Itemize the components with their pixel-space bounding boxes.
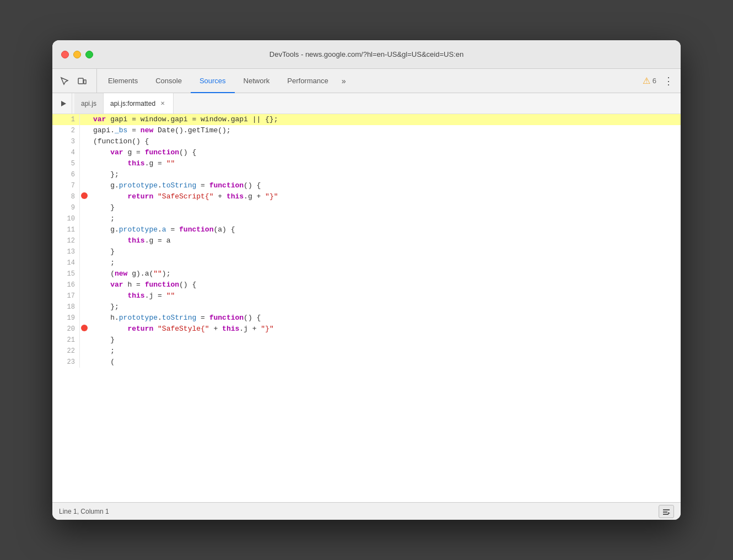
code-line-9: 9 } (52, 202, 681, 213)
line-gutter (80, 169, 89, 180)
line-number: 7 (52, 180, 80, 191)
code-line-8: 8 return "SafeScript{" + this.g + "}" (52, 191, 681, 202)
line-number: 17 (52, 290, 80, 301)
svg-rect-4 (663, 511, 667, 513)
line-content: }; (89, 169, 681, 180)
file-tab-close-icon[interactable]: ✕ (159, 100, 166, 107)
line-content: this.g = a (89, 235, 681, 246)
line-number: 21 (52, 335, 80, 346)
line-content: } (89, 335, 681, 346)
code-line-6: 6 }; (52, 169, 681, 180)
run-button[interactable] (55, 93, 72, 114)
line-gutter (80, 213, 89, 224)
line-number: 5 (52, 158, 80, 169)
warning-badge: ⚠ 6 (643, 76, 656, 86)
line-content: h.prototype.toString = function() { (89, 313, 681, 324)
line-number: 11 (52, 224, 80, 235)
line-content: var g = function() { (89, 147, 681, 158)
line-content: } (89, 246, 681, 257)
line-gutter (80, 114, 89, 125)
code-line-20: 20 return "SafeStyle{" + this.j + "}" (52, 324, 681, 335)
code-line-23: 23 ( (52, 357, 681, 368)
line-number: 1 (52, 114, 80, 125)
svg-marker-6 (668, 512, 670, 514)
title-bar: DevTools - news.google.com/?hl=en-US&gl=… (52, 40, 681, 69)
tab-elements[interactable]: Elements (99, 69, 147, 93)
tab-performance[interactable]: Performance (278, 69, 337, 93)
line-content: return "SafeScript{" + this.g + "}" (89, 191, 681, 202)
line-number: 19 (52, 313, 80, 324)
line-gutter (80, 346, 89, 357)
breakpoint-icon[interactable] (81, 192, 88, 199)
line-content: this.g = "" (89, 158, 681, 169)
line-number: 2 (52, 125, 80, 136)
devtools-window: DevTools - news.google.com/?hl=en-US&gl=… (52, 40, 681, 520)
format-button[interactable] (659, 505, 674, 518)
file-tabs-bar: api.js api.js:formatted ✕ (52, 93, 681, 114)
traffic-lights (61, 51, 93, 58)
line-number: 20 (52, 324, 80, 335)
line-gutter (80, 158, 89, 169)
code-line-11: 11 g.prototype.a = function(a) { (52, 224, 681, 235)
line-number: 6 (52, 169, 80, 180)
line-content: var gapi = window.gapi = window.gapi || … (89, 114, 681, 125)
close-button[interactable] (61, 51, 69, 58)
file-tab-label-formatted: api.js:formatted (110, 100, 155, 107)
file-tab-api-js-formatted[interactable]: api.js:formatted ✕ (104, 93, 174, 114)
svg-marker-2 (61, 101, 66, 106)
warning-count: 6 (653, 77, 656, 85)
code-editor[interactable]: 1var gapi = window.gapi = window.gapi ||… (52, 114, 681, 502)
tab-sources[interactable]: Sources (191, 69, 235, 93)
line-number: 23 (52, 357, 80, 368)
line-gutter (80, 180, 89, 191)
line-content: this.j = "" (89, 290, 681, 301)
line-number: 14 (52, 257, 80, 268)
line-gutter (80, 202, 89, 213)
breakpoint-icon[interactable] (81, 325, 88, 331)
line-content: }; (89, 301, 681, 313)
code-line-5: 5 this.g = "" (52, 158, 681, 169)
line-number: 8 (52, 191, 80, 202)
svg-rect-5 (663, 514, 669, 515)
svg-rect-1 (84, 80, 86, 84)
line-content: ; (89, 213, 681, 224)
line-gutter (80, 235, 89, 246)
tab-console[interactable]: Console (147, 69, 191, 93)
line-gutter (80, 357, 89, 368)
line-number: 3 (52, 136, 80, 147)
status-bar: Line 1, Column 1 (52, 502, 681, 520)
line-gutter (80, 268, 89, 279)
toolbar-icons (57, 69, 97, 93)
line-number: 15 (52, 268, 80, 279)
file-tab-api-js[interactable]: api.js (74, 93, 104, 114)
code-line-10: 10 ; (52, 213, 681, 224)
line-gutter (80, 301, 89, 313)
svg-rect-0 (78, 78, 83, 84)
tab-network[interactable]: Network (235, 69, 279, 93)
devtools-more-button[interactable]: ⋮ (661, 73, 676, 89)
line-gutter (80, 147, 89, 158)
line-gutter (80, 290, 89, 301)
line-content: ; (89, 257, 681, 268)
line-gutter (80, 335, 89, 346)
code-line-2: 2gapi._bs = new Date().getTime(); (52, 125, 681, 136)
line-number: 18 (52, 301, 80, 313)
minimize-button[interactable] (73, 51, 81, 58)
line-number: 9 (52, 202, 80, 213)
line-content: g.prototype.a = function(a) { (89, 224, 681, 235)
line-content: g.prototype.toString = function() { (89, 180, 681, 191)
line-gutter (80, 279, 89, 290)
code-line-16: 16 var h = function() { (52, 279, 681, 290)
inspect-icon[interactable] (57, 73, 72, 89)
code-line-3: 3(function() { (52, 136, 681, 147)
device-toggle-icon[interactable] (74, 73, 90, 89)
more-tabs-button[interactable]: » (337, 69, 351, 93)
line-content: (new g).a(""); (89, 268, 681, 279)
cursor-position: Line 1, Column 1 (59, 508, 109, 515)
line-content: ; (89, 346, 681, 357)
code-line-15: 15 (new g).a(""); (52, 268, 681, 279)
line-gutter (80, 191, 89, 202)
maximize-button[interactable] (85, 51, 93, 58)
line-gutter (80, 136, 89, 147)
code-line-17: 17 this.j = "" (52, 290, 681, 301)
